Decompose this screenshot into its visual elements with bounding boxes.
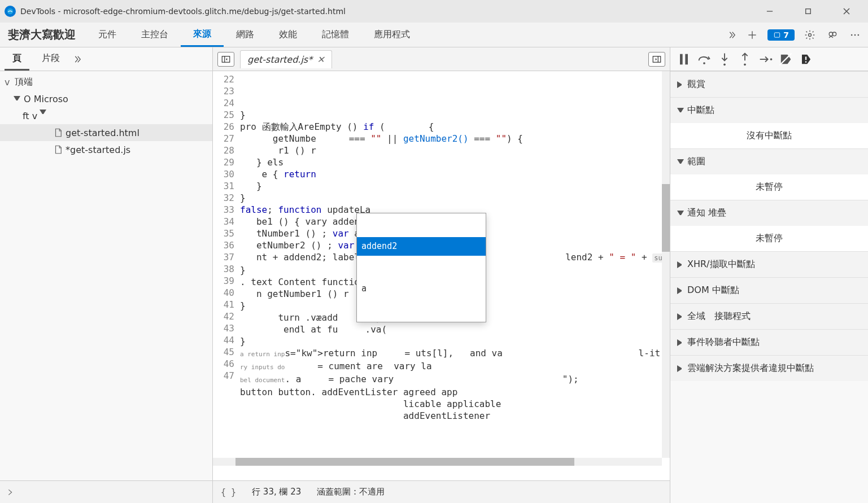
tree-root[interactable]: v 頂端 (0, 73, 212, 90)
issues-badge[interactable]: 7 (767, 29, 795, 41)
svg-point-13 (858, 34, 860, 36)
svg-point-12 (854, 34, 856, 36)
svg-rect-21 (680, 54, 683, 64)
svg-point-11 (851, 34, 853, 36)
tab-performance[interactable]: 效能 (267, 23, 309, 47)
svg-rect-7 (775, 32, 780, 37)
show-debugger-button[interactable] (648, 52, 665, 67)
section-header[interactable]: 範圍 (670, 148, 868, 174)
chevron-right-icon (677, 81, 684, 88)
sidebar-more-tabs-icon[interactable] (72, 54, 82, 64)
section-header[interactable]: 中斷點 (670, 97, 868, 123)
feedback-icon[interactable] (825, 28, 840, 42)
pretty-print-button[interactable]: { } (221, 487, 236, 497)
tree-site-label: O Microso (24, 94, 68, 104)
svg-rect-2 (806, 9, 811, 14)
section-header[interactable]: XHR/擷取中斷點 (670, 251, 868, 277)
suggest-item[interactable]: addend2 (357, 237, 486, 256)
section-header[interactable]: 雲端解決方案提供者違規中斷點 (670, 355, 868, 381)
section-header[interactable]: 事件聆聽者中斷點 (670, 329, 868, 355)
vertical-scrollbar[interactable] (662, 71, 670, 458)
section-label: 觀賞 (687, 78, 705, 90)
tab-elements[interactable]: 元件 (86, 23, 129, 47)
file-name: get-started.html (66, 128, 139, 138)
issues-count: 7 (783, 30, 789, 40)
svg-rect-31 (805, 56, 806, 60)
editor-tabbar: get-started.js* ✕ (213, 47, 670, 71)
settings-icon[interactable] (802, 28, 817, 42)
section-label: 範圍 (687, 156, 705, 168)
editor-file-tab[interactable]: get-started.js* ✕ (240, 50, 332, 68)
section-header[interactable]: 全域 接聽程式 (670, 303, 868, 329)
tree-root-label: 頂端 (15, 76, 33, 88)
tree-folder[interactable]: ft v (0, 107, 212, 124)
main-tabbar: 斐濟大寫歡迎 元件 主控台 來源 網路 效能 記憶體 應用程式 7 (0, 23, 868, 47)
section-label: 中斷點 (687, 104, 714, 116)
step-into-button[interactable] (717, 51, 732, 67)
main-content: 頁 片段 v 頂端 O Microso ft v get-started.htm… (0, 47, 868, 503)
section-label: 通知 堆疊 (687, 207, 726, 219)
suggest-item[interactable]: a (357, 279, 486, 298)
tree-file[interactable]: get-started.html (0, 124, 212, 141)
tree-site[interactable]: O Microso (0, 90, 212, 107)
chevron-down-icon (677, 159, 684, 166)
chevron-right-icon (677, 287, 684, 294)
pause-exceptions-button[interactable] (798, 51, 814, 67)
sidebar-tab-snippets[interactable]: 片段 (34, 48, 68, 71)
close-button[interactable] (834, 3, 859, 20)
section-label: 全域 接聽程式 (687, 310, 751, 322)
autocomplete-popup[interactable]: addend2 a (356, 213, 486, 322)
pause-button[interactable] (676, 51, 692, 67)
tab-application[interactable]: 應用程式 (361, 23, 422, 47)
coverage-status: 涵蓋範圍 : 不適用 (317, 487, 385, 497)
tab-console[interactable]: 主控台 (129, 23, 181, 47)
svg-point-25 (723, 63, 726, 65)
minimize-button[interactable] (757, 3, 782, 20)
tab-sources[interactable]: 來源 (181, 23, 224, 47)
section-body: 未暫停 (670, 226, 868, 251)
more-menu-icon[interactable] (848, 28, 862, 42)
close-icon[interactable]: ✕ (317, 54, 324, 65)
chevron-down-icon (40, 107, 47, 117)
svg-point-8 (809, 33, 812, 36)
chevron-down-icon (677, 211, 684, 217)
horizontal-scroll-thumb[interactable] (235, 458, 574, 466)
section-label: DOM 中斷點 (687, 285, 739, 296)
step-button[interactable] (757, 51, 773, 67)
file-name: *get-started.js (66, 145, 130, 155)
sidebar-footer (0, 480, 212, 503)
add-tab-button[interactable] (745, 28, 760, 42)
chevron-down-icon (677, 108, 684, 115)
chevron-down-icon (14, 94, 21, 104)
chevron-down-icon: v (5, 77, 12, 87)
section-header[interactable]: 觀賞 (670, 71, 868, 97)
step-out-button[interactable] (737, 51, 753, 67)
deactivate-breakpoints-button[interactable] (778, 51, 793, 67)
vertical-scroll-thumb[interactable] (662, 184, 670, 252)
svg-point-29 (770, 58, 773, 60)
sidebar-tab-page[interactable]: 頁 (5, 48, 29, 71)
code-area[interactable]: 2223242526272829303132333435363738394041… (213, 71, 670, 480)
sidebar-tabs: 頁 片段 (0, 47, 212, 71)
svg-rect-32 (805, 61, 806, 62)
debugger-toolbar (670, 47, 868, 71)
tab-network[interactable]: 網路 (224, 23, 267, 47)
hide-navigator-button[interactable] (217, 52, 234, 67)
chevron-right-icon[interactable] (6, 488, 15, 497)
step-over-button[interactable] (696, 51, 712, 67)
tree-file[interactable]: *get-started.js (0, 141, 212, 158)
tab-memory[interactable]: 記憶體 (309, 23, 361, 47)
section-header[interactable]: 通知 堆疊 (670, 200, 868, 226)
line-gutter: 2223242526272829303132333435363738394041… (213, 71, 238, 480)
section-header[interactable]: DOM 中斷點 (670, 277, 868, 303)
maximize-button[interactable] (796, 3, 821, 20)
editor-tab-label: get-started.js* (247, 54, 312, 65)
code-content[interactable]: addend2 a }pro 函數輸入AreEmpty () if ( { ge… (238, 71, 670, 480)
section-label: XHR/擷取中斷點 (687, 259, 755, 270)
app-icon (5, 6, 16, 17)
navigator-sidebar: 頁 片段 v 頂端 O Microso ft v get-started.htm… (0, 47, 213, 503)
window-title: DevTools - microsoft-edge-chromium-devto… (20, 7, 753, 16)
section-body: 沒有中斷點 (670, 123, 868, 148)
editor-statusbar: { } 行 33, 欄 23 涵蓋範圍 : 不適用 (213, 480, 670, 503)
more-tabs-icon[interactable] (727, 30, 737, 40)
